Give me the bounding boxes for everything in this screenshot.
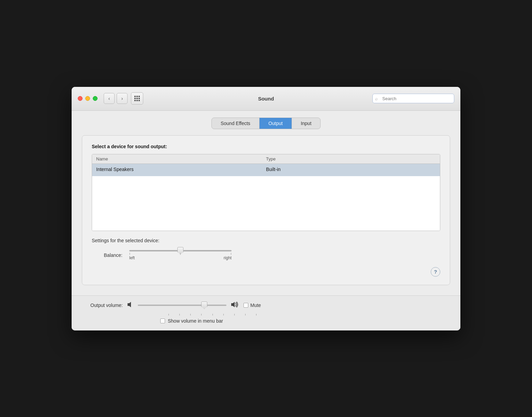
back-button[interactable]: ‹ bbox=[104, 93, 115, 104]
balance-slider-track[interactable] bbox=[129, 250, 232, 251]
traffic-lights bbox=[78, 96, 98, 101]
search-icon: ⌕ bbox=[375, 96, 378, 101]
table-empty-area bbox=[92, 176, 440, 231]
search-container: ⌕ bbox=[372, 94, 454, 103]
show-volume-row: Show volume in menu bar bbox=[82, 318, 450, 324]
show-volume-checkbox[interactable] bbox=[160, 319, 165, 323]
minimize-button[interactable] bbox=[85, 96, 90, 101]
settings-label: Settings for the selected device: bbox=[92, 238, 440, 243]
window-title: Sound bbox=[258, 96, 274, 102]
forward-icon: › bbox=[121, 96, 123, 101]
col-name-header: Name bbox=[96, 156, 266, 161]
grid-view-button[interactable] bbox=[131, 92, 143, 105]
maximize-button[interactable] bbox=[93, 96, 98, 101]
output-panel: Select a device for sound output: Name T… bbox=[82, 135, 450, 285]
bottom-bar: Output volume: M bbox=[72, 295, 460, 330]
forward-button[interactable]: › bbox=[117, 93, 128, 104]
balance-slider-container: left right bbox=[129, 250, 232, 260]
mute-checkbox[interactable] bbox=[243, 303, 248, 308]
tabs: Sound Effects Output Input bbox=[211, 118, 321, 129]
tab-sound-effects[interactable]: Sound Effects bbox=[212, 118, 260, 129]
tabs-container: Sound Effects Output Input bbox=[82, 118, 450, 129]
balance-label: Balance: bbox=[92, 252, 122, 258]
col-type-header: Type bbox=[266, 156, 436, 161]
volume-slider[interactable] bbox=[138, 305, 226, 306]
balance-slider-labels: left right bbox=[129, 256, 232, 260]
table-row[interactable]: Internal Speakers Built-in bbox=[92, 164, 440, 176]
svg-marker-0 bbox=[128, 302, 131, 307]
svg-marker-1 bbox=[231, 302, 235, 307]
close-button[interactable] bbox=[78, 96, 83, 101]
balance-row: Balance: left right bbox=[92, 250, 440, 260]
device-name-cell: Internal Speakers bbox=[96, 167, 266, 173]
content-area: Sound Effects Output Input Select a devi… bbox=[72, 111, 460, 295]
balance-left-label: left bbox=[129, 256, 135, 260]
grid-icon bbox=[134, 96, 140, 101]
volume-slider-thumb[interactable] bbox=[201, 302, 207, 309]
volume-tick-row bbox=[168, 314, 257, 315]
volume-low-icon bbox=[127, 301, 134, 310]
output-volume-label: Output volume: bbox=[85, 303, 123, 308]
volume-row: Output volume: M bbox=[82, 301, 450, 310]
back-icon: ‹ bbox=[108, 96, 110, 101]
help-button[interactable]: ? bbox=[431, 267, 440, 277]
select-device-label: Select a device for sound output: bbox=[92, 144, 440, 149]
mute-section: Mute bbox=[243, 303, 261, 308]
titlebar: ‹ › Sound ⌕ bbox=[72, 87, 460, 111]
volume-high-icon bbox=[231, 301, 239, 310]
tab-output[interactable]: Output bbox=[260, 118, 292, 129]
mute-label: Mute bbox=[250, 303, 261, 308]
balance-right-label: right bbox=[224, 256, 232, 260]
tab-input[interactable]: Input bbox=[292, 118, 320, 129]
table-header: Name Type bbox=[92, 154, 440, 164]
device-type-cell: Built-in bbox=[266, 167, 436, 173]
device-table: Name Type Internal Speakers Built-in bbox=[92, 154, 440, 231]
main-window: ‹ › Sound ⌕ Sound Effects Output bbox=[72, 87, 460, 330]
search-input[interactable] bbox=[372, 94, 454, 103]
nav-buttons: ‹ › bbox=[104, 93, 128, 104]
show-volume-label: Show volume in menu bar bbox=[168, 318, 223, 324]
